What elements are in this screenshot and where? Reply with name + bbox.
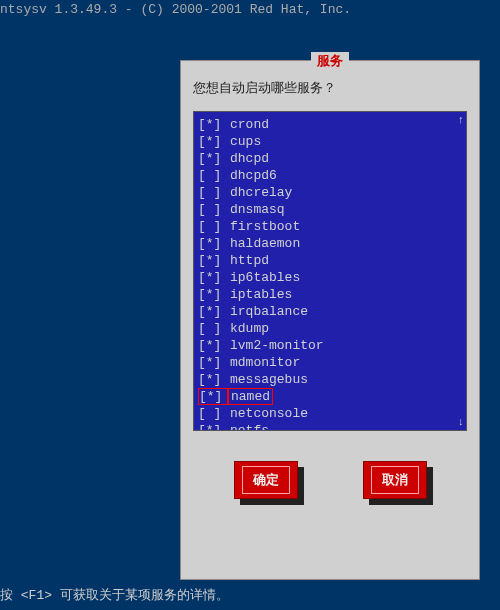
service-label: haldaemon <box>228 236 302 251</box>
service-checkbox[interactable]: [ ] <box>198 406 228 421</box>
service-row[interactable]: [ ] kdump <box>194 320 466 337</box>
services-listbox[interactable]: ↑ [*] crond[*] cups[*] dhcpd[ ] dhcpd6[ … <box>193 111 467 431</box>
ok-button[interactable]: 确定 <box>234 461 298 499</box>
service-checkbox[interactable]: [*] <box>198 388 228 405</box>
service-label: ip6tables <box>228 270 302 285</box>
scroll-down-icon[interactable]: ↓ <box>457 416 464 428</box>
app-header: ntsysv 1.3.49.3 - (C) 2000-2001 Red Hat,… <box>0 0 500 17</box>
service-checkbox[interactable]: [*] <box>198 270 228 285</box>
service-checkbox[interactable]: [*] <box>198 423 228 431</box>
service-row[interactable]: [*] named <box>194 388 466 405</box>
service-row[interactable]: [*] ip6tables <box>194 269 466 286</box>
service-label: dhcpd6 <box>228 168 279 183</box>
scroll-up-icon[interactable]: ↑ <box>457 114 464 126</box>
service-checkbox[interactable]: [ ] <box>198 168 228 183</box>
service-row[interactable]: [*] haldaemon <box>194 235 466 252</box>
service-label: named <box>228 388 273 405</box>
dialog-title: 服务 <box>311 52 349 70</box>
service-row[interactable]: [*] cups <box>194 133 466 150</box>
service-row[interactable]: [*] crond <box>194 116 466 133</box>
service-row[interactable]: [*] irqbalance <box>194 303 466 320</box>
cancel-button[interactable]: 取消 <box>363 461 427 499</box>
services-dialog: 服务 您想自动启动哪些服务？ ↑ [*] crond[*] cups[*] dh… <box>180 60 480 580</box>
service-checkbox[interactable]: [*] <box>198 372 228 387</box>
service-row[interactable]: [*] netfs <box>194 422 466 431</box>
service-label: crond <box>228 117 271 132</box>
service-checkbox[interactable]: [*] <box>198 151 228 166</box>
service-row[interactable]: [ ] dhcrelay <box>194 184 466 201</box>
service-label: cups <box>228 134 263 149</box>
service-checkbox[interactable]: [ ] <box>198 185 228 200</box>
service-label: irqbalance <box>228 304 310 319</box>
service-checkbox[interactable]: [*] <box>198 236 228 251</box>
service-label: kdump <box>228 321 271 336</box>
service-label: netconsole <box>228 406 310 421</box>
service-label: dnsmasq <box>228 202 287 217</box>
service-label: lvm2-monitor <box>228 338 326 353</box>
ok-button-label: 确定 <box>242 466 290 494</box>
service-checkbox[interactable]: [ ] <box>198 202 228 217</box>
service-row[interactable]: [*] lvm2-monitor <box>194 337 466 354</box>
service-checkbox[interactable]: [*] <box>198 338 228 353</box>
service-checkbox[interactable]: [*] <box>198 287 228 302</box>
service-label: dhcrelay <box>228 185 294 200</box>
service-label: mdmonitor <box>228 355 302 370</box>
service-checkbox[interactable]: [ ] <box>198 219 228 234</box>
service-row[interactable]: [*] mdmonitor <box>194 354 466 371</box>
service-label: httpd <box>228 253 271 268</box>
service-row[interactable]: [ ] dhcpd6 <box>194 167 466 184</box>
cancel-button-label: 取消 <box>371 466 419 494</box>
service-checkbox[interactable]: [*] <box>198 253 228 268</box>
service-checkbox[interactable]: [ ] <box>198 321 228 336</box>
service-label: netfs <box>228 423 271 431</box>
service-label: messagebus <box>228 372 310 387</box>
help-footer: 按 <F1> 可获取关于某项服务的详情。 <box>0 586 229 604</box>
service-label: firstboot <box>228 219 302 234</box>
service-row[interactable]: [ ] firstboot <box>194 218 466 235</box>
service-label: dhcpd <box>228 151 271 166</box>
service-row[interactable]: [*] messagebus <box>194 371 466 388</box>
service-checkbox[interactable]: [*] <box>198 117 228 132</box>
service-checkbox[interactable]: [*] <box>198 134 228 149</box>
service-row[interactable]: [*] httpd <box>194 252 466 269</box>
service-checkbox[interactable]: [*] <box>198 355 228 370</box>
service-label: iptables <box>228 287 294 302</box>
service-row[interactable]: [ ] dnsmasq <box>194 201 466 218</box>
service-row[interactable]: [*] dhcpd <box>194 150 466 167</box>
button-row: 确定 取消 <box>181 461 479 499</box>
service-row[interactable]: [*] iptables <box>194 286 466 303</box>
service-checkbox[interactable]: [*] <box>198 304 228 319</box>
service-row[interactable]: [ ] netconsole <box>194 405 466 422</box>
